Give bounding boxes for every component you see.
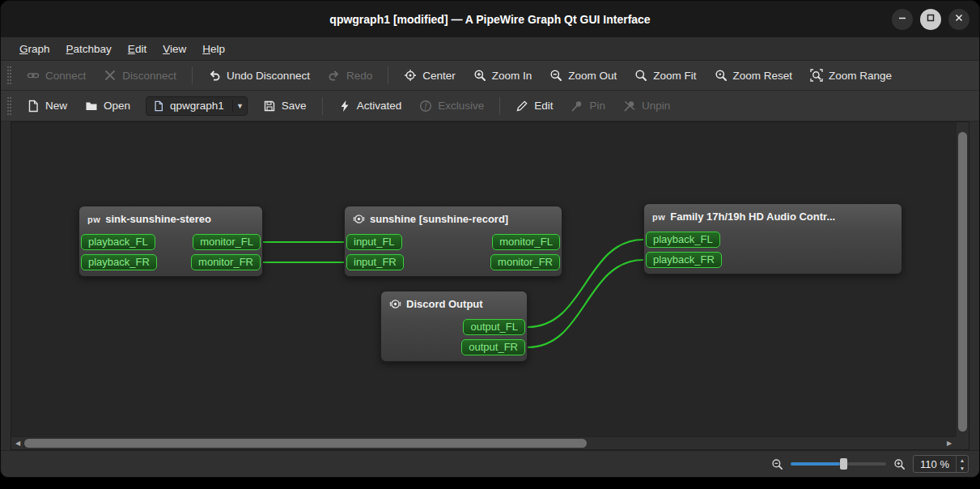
open-folder-icon <box>85 100 98 113</box>
unpin-button[interactable]: Unpin <box>614 95 679 117</box>
zoom-slider-handle[interactable] <box>840 458 847 470</box>
connect-button[interactable]: Connect <box>18 64 95 87</box>
undo-disconnect-button[interactable]: Undo Disconnect <box>199 64 319 87</box>
chevron-down-icon[interactable]: ▼ <box>232 100 247 113</box>
activated-label: Activated <box>357 100 402 112</box>
zoom-fit-label: Zoom Fit <box>653 70 696 82</box>
edit-pencil-icon <box>515 100 528 113</box>
center-button[interactable]: Center <box>395 64 465 87</box>
zoom-out-label: Zoom Out <box>568 70 617 82</box>
node-title: sink-sunshine-stereo <box>105 213 211 225</box>
menubar: Graph Patchbay Edit View Help <box>1 37 979 61</box>
disconnect-button[interactable]: Disconnect <box>95 64 185 87</box>
toolbar-drag-handle[interactable] <box>7 97 11 115</box>
horizontal-scrollbar-track[interactable] <box>24 437 943 449</box>
window-title: qpwgraph1 [modified] — A PipeWire Graph … <box>329 13 650 26</box>
activated-toggle[interactable]: Activated <box>329 95 411 117</box>
undo-icon <box>208 69 221 82</box>
graph-node-discord[interactable]: Discord Outputoutput_FLoutput_FR <box>380 291 528 362</box>
node-title: Family 17h/19h HD Audio Contr... <box>670 210 835 223</box>
connect-label: Connect <box>45 70 86 82</box>
maximize-button[interactable] <box>920 9 941 30</box>
port-sink-monitor_FL[interactable]: monitor_FL <box>193 234 261 250</box>
titlebar[interactable]: qpwgraph1 [modified] — A PipeWire Graph … <box>1 1 979 37</box>
zoom-out-button[interactable]: Zoom Out <box>541 64 626 87</box>
statusbar: 110 % ▲ ▼ <box>1 450 979 477</box>
port-discord-output_FR[interactable]: output_FR <box>461 339 525 355</box>
maximize-icon <box>925 12 936 27</box>
pipewire-icon: pw <box>652 212 665 222</box>
edit-toggle[interactable]: Edit <box>507 95 562 117</box>
zoom-slider[interactable] <box>791 462 886 466</box>
zoom-percent-value: 110 % <box>914 458 956 470</box>
horizontal-scrollbar[interactable]: ◀ ▶ <box>11 436 956 449</box>
edges-svg <box>11 122 952 436</box>
menu-help[interactable]: Help <box>195 40 232 58</box>
spinbox-arrows[interactable]: ▲ ▼ <box>956 456 968 472</box>
save-button[interactable]: Save <box>254 95 316 117</box>
port-family-playback_FR[interactable]: playback_FR <box>646 252 722 268</box>
save-label: Save <box>282 100 307 112</box>
new-button[interactable]: New <box>18 95 76 117</box>
menu-graph[interactable]: Graph <box>12 40 57 58</box>
vertical-scrollbar[interactable] <box>956 122 969 436</box>
exclusive-toggle[interactable]: f Exclusive <box>410 95 493 117</box>
window-controls <box>892 1 969 37</box>
port-sunshine-monitor_FL[interactable]: monitor_FL <box>492 234 560 250</box>
port-sink-playback_FR[interactable]: playback_FR <box>81 254 157 270</box>
patchbay-selector-value: qpwgraph1 <box>170 100 224 112</box>
toolbar-drag-handle[interactable] <box>7 66 11 84</box>
spin-up-icon[interactable]: ▲ <box>957 456 968 464</box>
zoom-percent-spinbox[interactable]: 110 % ▲ ▼ <box>913 455 969 473</box>
zoom-fit-button[interactable]: Zoom Fit <box>626 64 705 87</box>
port-sink-monitor_FR[interactable]: monitor_FR <box>191 254 261 270</box>
graph-node-family[interactable]: pwFamily 17h/19h HD Audio Contr...playba… <box>643 203 902 274</box>
zoom-fit-icon <box>634 69 647 82</box>
minimize-button[interactable] <box>892 9 913 30</box>
graph-canvas[interactable]: pwsink-sunshine-stereoplayback_FLplaybac… <box>11 122 956 436</box>
zoom-in-label: Zoom In <box>492 70 532 82</box>
unpin-icon <box>623 100 636 113</box>
menu-edit[interactable]: Edit <box>121 40 154 58</box>
zoom-in-small-icon[interactable] <box>893 458 906 470</box>
exclusive-icon: f <box>419 100 432 113</box>
graph-node-sink[interactable]: pwsink-sunshine-stereoplayback_FLplaybac… <box>78 206 263 277</box>
spin-down-icon[interactable]: ▼ <box>957 464 968 472</box>
redo-label: Redo <box>346 70 372 82</box>
port-sunshine-input_FR[interactable]: input_FR <box>346 254 404 270</box>
pin-icon <box>571 100 583 113</box>
port-discord-output_FL[interactable]: output_FL <box>463 319 525 335</box>
zoom-slider-fill <box>791 462 840 466</box>
close-button[interactable] <box>948 9 969 30</box>
exclusive-label: Exclusive <box>438 100 484 112</box>
scroll-left-arrow-icon[interactable]: ◀ <box>11 437 24 449</box>
undo-disconnect-label: Undo Disconnect <box>227 70 310 82</box>
port-sunshine-input_FL[interactable]: input_FL <box>346 234 402 250</box>
menu-view[interactable]: View <box>155 40 193 58</box>
scrollbar-corner <box>956 436 969 449</box>
zoom-reset-button[interactable]: Zoom Reset <box>706 64 802 87</box>
minimize-icon <box>897 12 908 27</box>
port-family-playback_FL[interactable]: playback_FL <box>646 232 720 248</box>
horizontal-scrollbar-thumb[interactable] <box>24 439 587 448</box>
disconnect-label: Disconnect <box>122 70 176 82</box>
menu-patchbay[interactable]: Patchbay <box>59 40 119 58</box>
scroll-right-arrow-icon[interactable]: ▶ <box>943 437 956 449</box>
zoom-range-label: Zoom Range <box>829 70 892 82</box>
zoom-in-button[interactable]: Zoom In <box>465 64 541 87</box>
port-sunshine-monitor_FR[interactable]: monitor_FR <box>490 254 560 270</box>
zoom-range-button[interactable]: Zoom Range <box>801 64 901 87</box>
open-button[interactable]: Open <box>76 95 139 117</box>
vertical-scrollbar-thumb[interactable] <box>958 132 967 432</box>
patchbay-selector[interactable]: qpwgraph1 ▼ <box>146 96 248 116</box>
edit-label: Edit <box>534 100 553 112</box>
graph-node-sunshine[interactable]: sunshine [sunshine-record]input_FLinput_… <box>344 206 562 277</box>
zoom-range-icon <box>810 69 823 82</box>
zoom-out-small-icon[interactable] <box>771 458 783 470</box>
toolbar-separator <box>322 97 323 115</box>
new-label: New <box>45 100 67 112</box>
port-sink-playback_FL[interactable]: playback_FL <box>81 234 155 250</box>
pin-button[interactable]: Pin <box>562 95 614 117</box>
redo-button[interactable]: Redo <box>319 64 381 87</box>
application-stream-icon <box>353 213 365 225</box>
